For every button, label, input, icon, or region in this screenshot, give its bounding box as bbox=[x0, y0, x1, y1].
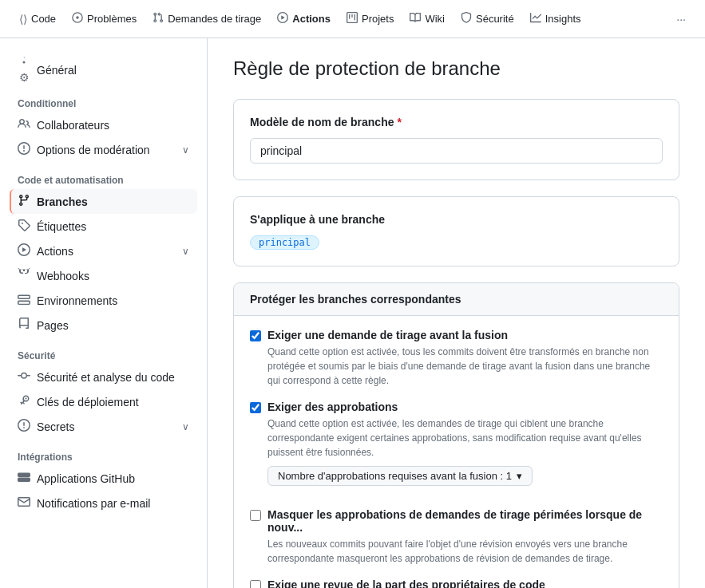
branch-name-section: Modèle de nom de branche * bbox=[233, 99, 679, 180]
projects-icon bbox=[347, 12, 358, 26]
dropdown-arrow-icon: ▾ bbox=[517, 470, 522, 482]
dismiss-stale-desc: Les nouveaux commits pouvant faire l'obj… bbox=[267, 537, 663, 566]
require-pr-label[interactable]: Exiger une demande de tirage avant la fu… bbox=[267, 329, 508, 341]
actions-icon bbox=[277, 12, 288, 26]
protect-body: Exiger une demande de tirage avant la fu… bbox=[234, 316, 679, 588]
nav-projects[interactable]: Projets bbox=[340, 7, 400, 30]
branches-icon bbox=[18, 194, 30, 209]
sidebar-item-tags[interactable]: Étiquettes bbox=[10, 214, 197, 239]
sidebar: ⚙ Général Conditionnel Collaborateurs Op… bbox=[0, 38, 208, 588]
moderation-chevron-icon: ∨ bbox=[182, 144, 189, 156]
branch-name-input[interactable] bbox=[250, 138, 663, 164]
main-content: Règle de protection de branche Modèle de… bbox=[208, 38, 705, 588]
sidebar-item-deploy-keys[interactable]: Clés de déploiement bbox=[10, 389, 197, 414]
issues-icon bbox=[72, 12, 83, 26]
tags-icon bbox=[18, 219, 30, 234]
applies-section: S'applique à une branche principal bbox=[233, 196, 679, 266]
general-icon: ⚙ bbox=[18, 56, 30, 84]
require-pr-desc: Quand cette option est activée, tous les… bbox=[267, 345, 663, 388]
insights-icon bbox=[530, 12, 541, 26]
approval-count-button[interactable]: Nombre d'approbations requises avant la … bbox=[267, 466, 533, 486]
dismiss-stale-label[interactable]: Masquer les approbations de demandes de … bbox=[267, 508, 663, 534]
secrets-icon bbox=[18, 419, 30, 434]
require-pr-checkbox[interactable] bbox=[250, 330, 261, 341]
secrets-chevron-icon: ∨ bbox=[182, 421, 189, 432]
nav-code[interactable]: ⟨⟩ Code bbox=[13, 8, 62, 30]
sidebar-item-github-apps[interactable]: Applications GitHub bbox=[10, 466, 197, 491]
email-icon bbox=[18, 495, 30, 511]
sidebar-item-moderation[interactable]: Options de modération ∨ bbox=[10, 137, 197, 162]
option-dismiss-stale: Masquer les approbations de demandes de … bbox=[250, 508, 663, 566]
sidebar-section-conditionnel: Conditionnel bbox=[10, 92, 197, 112]
nav-actions[interactable]: Actions bbox=[271, 7, 337, 30]
nav-pulls[interactable]: Demandes de tirage bbox=[146, 7, 267, 30]
sidebar-item-environments[interactable]: Environnements bbox=[10, 288, 197, 313]
option-require-code-owner: Exige une revue de la part des propriéta… bbox=[250, 578, 663, 588]
require-code-owner-checkbox[interactable] bbox=[250, 580, 261, 588]
nav-security[interactable]: Sécurité bbox=[454, 7, 521, 30]
sidebar-item-general[interactable]: ⚙ Général bbox=[10, 51, 197, 89]
required-star: * bbox=[397, 116, 401, 128]
require-approvals-desc: Quand cette option est activée, les dema… bbox=[267, 416, 663, 460]
sidebar-section-security: Sécurité bbox=[10, 344, 197, 365]
nav-issues[interactable]: Problèmes bbox=[65, 7, 143, 30]
collaborators-icon bbox=[18, 117, 30, 132]
sidebar-item-actions[interactable]: Actions ∨ bbox=[10, 239, 197, 263]
sidebar-item-pages[interactable]: Pages bbox=[10, 313, 197, 337]
svg-point-1 bbox=[76, 16, 79, 19]
sidebar-section-integrations: Intégrations bbox=[10, 445, 197, 466]
webhooks-icon bbox=[18, 268, 30, 283]
code-icon: ⟨⟩ bbox=[19, 13, 27, 26]
pages-icon bbox=[18, 318, 30, 333]
sidebar-item-collaborators[interactable]: Collaborateurs bbox=[10, 112, 197, 137]
sidebar-section-code: Code et automatisation bbox=[10, 168, 197, 189]
pulls-icon bbox=[152, 12, 164, 26]
branch-badge: principal bbox=[250, 235, 319, 250]
main-layout: ⚙ Général Conditionnel Collaborateurs Op… bbox=[0, 38, 705, 588]
require-code-owner-label[interactable]: Exige une revue de la part des propriéta… bbox=[267, 578, 545, 588]
deploy-keys-icon bbox=[18, 394, 30, 409]
actions-chevron-icon: ∨ bbox=[182, 246, 189, 257]
sidebar-item-secrets[interactable]: Secrets ∨ bbox=[10, 414, 197, 439]
protect-header: Protéger les branches correspondantes bbox=[234, 283, 679, 316]
github-apps-icon bbox=[18, 471, 30, 486]
option-require-pr: Exiger une demande de tirage avant la fu… bbox=[250, 329, 663, 388]
more-options-button[interactable]: ··· bbox=[670, 10, 692, 29]
require-approvals-checkbox[interactable] bbox=[250, 402, 261, 413]
environments-icon bbox=[18, 293, 30, 308]
require-approvals-label[interactable]: Exiger des approbations bbox=[267, 401, 398, 413]
sidebar-item-email-notifications[interactable]: Notifications par e-mail bbox=[10, 491, 197, 515]
moderation-icon bbox=[18, 142, 30, 157]
sidebar-item-webhooks[interactable]: Webhooks bbox=[10, 263, 197, 288]
dismiss-stale-checkbox[interactable] bbox=[250, 510, 261, 521]
nav-insights[interactable]: Insights bbox=[524, 7, 588, 30]
security-icon bbox=[461, 12, 472, 26]
sidebar-item-security-analysis[interactable]: Sécurité et analyse du code bbox=[10, 365, 197, 389]
applies-label: S'applique à une branche bbox=[250, 213, 663, 226]
protect-section: Protéger les branches correspondantes Ex… bbox=[233, 282, 679, 588]
wiki-icon bbox=[410, 12, 421, 26]
page-title: Règle de protection de branche bbox=[233, 57, 679, 80]
branch-name-label: Modèle de nom de branche * bbox=[250, 116, 663, 128]
sidebar-item-branches[interactable]: Branches bbox=[10, 189, 197, 214]
security-analysis-icon bbox=[18, 369, 30, 385]
top-navigation: ⟨⟩ Code Problèmes Demandes de tirage Act… bbox=[0, 0, 705, 38]
option-require-approvals: Exiger des approbations Quand cette opti… bbox=[250, 401, 663, 495]
actions-sidebar-icon bbox=[18, 243, 30, 258]
nav-wiki[interactable]: Wiki bbox=[403, 7, 451, 30]
